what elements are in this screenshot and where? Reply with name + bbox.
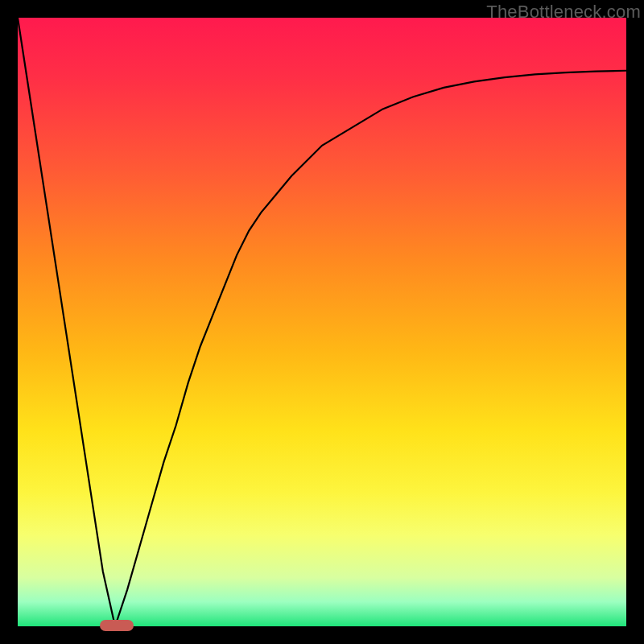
chart-frame: TheBottleneck.com bbox=[0, 0, 644, 644]
series-left-arm bbox=[18, 18, 115, 626]
chart-lines bbox=[18, 18, 626, 626]
bottleneck-marker bbox=[100, 620, 134, 631]
plot-area bbox=[18, 18, 626, 626]
watermark-text: TheBottleneck.com bbox=[486, 2, 641, 23]
series-right-arm bbox=[115, 71, 626, 626]
